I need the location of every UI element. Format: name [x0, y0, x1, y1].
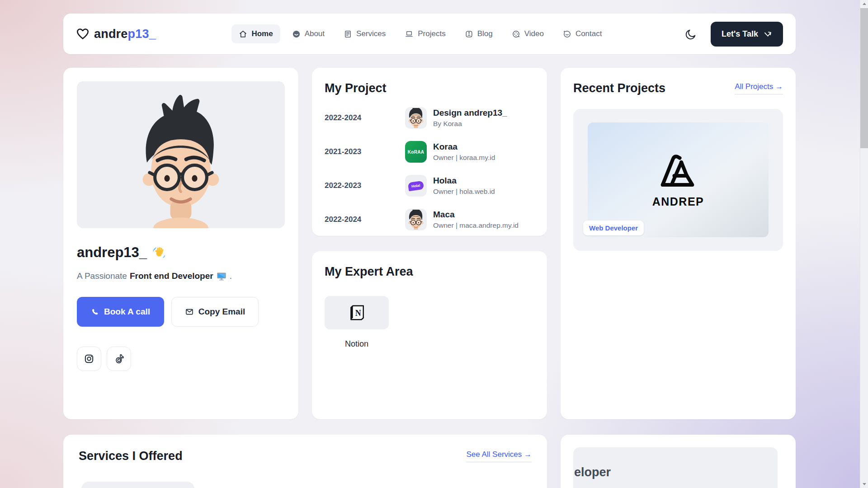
project-row[interactable]: 2022-2024 Maca Owner | maca.andrep.my.id	[325, 209, 534, 230]
project-period: 2021-2023	[325, 147, 405, 156]
see-all-services-link[interactable]: See All Services →	[466, 450, 532, 462]
scrollbar-thumb[interactable]	[860, 8, 868, 148]
project-period: 2022-2024	[325, 113, 405, 122]
book-a-call-label: Book A call	[104, 307, 150, 317]
smiley-icon	[292, 30, 301, 38]
nav-item-contact[interactable]: Contact	[556, 24, 609, 43]
nav-label: Video	[524, 29, 544, 38]
tiktok-icon	[113, 353, 124, 364]
nav-label: Projects	[418, 29, 445, 38]
project-meta: By Koraa	[433, 120, 507, 128]
project-meta: Owner | hola.web.id	[433, 188, 495, 196]
nav-label: Services	[356, 29, 386, 38]
book-a-call-button[interactable]: Book A call	[77, 297, 164, 327]
expert-area-card: My Expert Area N Notion	[312, 251, 547, 419]
marquee-partial-text: eloper	[574, 465, 778, 479]
recent-projects-title: Recent Projects	[573, 81, 665, 95]
skill-label: Notion	[325, 339, 389, 349]
koraa-logo: KoRAA	[405, 141, 427, 163]
nav-item-services[interactable]: Services	[336, 24, 393, 43]
lets-talk-label: Let's Talk	[722, 29, 758, 39]
service-tile-partial	[81, 482, 194, 488]
memoji-avatar	[405, 209, 427, 230]
project-period: 2022-2024	[325, 215, 405, 224]
project-meta: Owner | maca.andrep.my.id	[433, 221, 519, 230]
profile-card: andrep13_ A Passionate Front end Develop…	[63, 68, 298, 419]
project-name: Koraa	[433, 142, 495, 152]
project-meta: Owner | koraa.my.id	[433, 154, 495, 162]
andrep-logo-text: ANDREP	[652, 195, 704, 208]
recent-project-image: ANDREP	[588, 122, 769, 237]
profile-tagline: A Passionate Front end Developer .	[77, 271, 285, 282]
services-title: Services I Offered	[79, 449, 183, 463]
phone-icon	[91, 308, 99, 316]
up-arrow-icon	[863, 3, 866, 5]
nav-item-video[interactable]: Video	[505, 24, 551, 43]
project-name: Maca	[433, 210, 519, 220]
page-scrollbar[interactable]	[860, 0, 868, 488]
my-project-title: My Project	[325, 81, 534, 95]
waving-hand-emoji	[152, 246, 166, 259]
koraa-logo-text: KoRAA	[408, 150, 425, 155]
marquee-card: eloper	[561, 435, 796, 488]
brand-name: andrep13_	[94, 27, 156, 41]
laptop-icon	[405, 30, 414, 38]
nav-label: Home	[251, 29, 273, 38]
nav-item-about[interactable]: About	[285, 24, 332, 43]
holaa-logo: Hola!	[405, 175, 427, 197]
film-reel-icon	[512, 30, 520, 38]
bounce-arrow-icon	[764, 30, 772, 38]
instagram-icon	[84, 353, 94, 364]
skill-tile-notion[interactable]: N	[325, 296, 389, 329]
nav-item-blog[interactable]: Blog	[458, 24, 500, 43]
copy-email-label: Copy Email	[198, 307, 245, 317]
recent-project-tile[interactable]: ANDREP Web Developer	[573, 109, 783, 251]
copy-email-button[interactable]: Copy Email	[171, 297, 259, 327]
instagram-button[interactable]	[77, 347, 101, 371]
project-row[interactable]: 2022-2023Hola!HolaaOwner | hola.web.id	[325, 175, 534, 197]
down-arrow-icon	[863, 483, 866, 485]
nav-item-home[interactable]: Home	[231, 24, 280, 43]
memoji-avatar	[405, 107, 427, 129]
chat-smile-icon	[563, 30, 571, 38]
project-period: 2022-2023	[325, 181, 405, 190]
document-icon	[344, 30, 352, 38]
moon-icon[interactable]	[685, 28, 697, 40]
svg-text:N: N	[355, 309, 361, 318]
project-name: Holaa	[433, 176, 495, 186]
all-projects-link[interactable]: All Projects →	[735, 82, 783, 94]
main-nav: Home About Services Projects Blog Video …	[231, 24, 609, 43]
recent-projects-card: Recent Projects All Projects → ANDREP We…	[561, 68, 796, 419]
services-card: Services I Offered See All Services →	[63, 435, 547, 488]
scrollbar-up-button[interactable]	[860, 0, 868, 8]
nav-label: Blog	[477, 29, 493, 38]
nav-label: Contact	[576, 29, 602, 38]
project-row[interactable]: 2022-2024 Design andrep13_ By Koraa	[325, 107, 534, 129]
marquee-box: eloper	[573, 447, 778, 488]
desktop-computer-emoji	[216, 271, 227, 282]
nav-label: About	[305, 29, 325, 38]
heart-icon	[76, 27, 90, 41]
project-name: Design andrep13_	[433, 108, 507, 118]
profile-avatar	[77, 81, 285, 228]
tiktok-button[interactable]	[107, 347, 131, 371]
my-project-card: My Project 2022-2024 Design andrep13_ By…	[312, 68, 547, 236]
scrollbar-down-button[interactable]	[860, 480, 868, 488]
home-icon	[239, 30, 247, 38]
expert-area-title: My Expert Area	[325, 265, 534, 279]
andrep-logo-icon	[656, 152, 701, 191]
top-navbar: andrep13_ Home About Services Projects B…	[63, 14, 796, 54]
web-developer-badge: Web Developer	[583, 221, 644, 235]
memoji-avatar-image	[115, 93, 246, 228]
project-row[interactable]: 2021-2023 KoRAA Koraa Owner | koraa.my.i…	[325, 141, 534, 163]
brand-logo[interactable]: andrep13_	[76, 27, 156, 41]
profile-name: andrep13_	[77, 244, 147, 261]
notion-icon: N	[347, 303, 366, 322]
nav-item-projects[interactable]: Projects	[397, 24, 453, 43]
envelope-icon	[185, 307, 194, 316]
pencil-square-icon	[465, 30, 473, 38]
lets-talk-button[interactable]: Let's Talk	[711, 22, 783, 47]
holaa-logo-text: Hola!	[408, 180, 424, 191]
